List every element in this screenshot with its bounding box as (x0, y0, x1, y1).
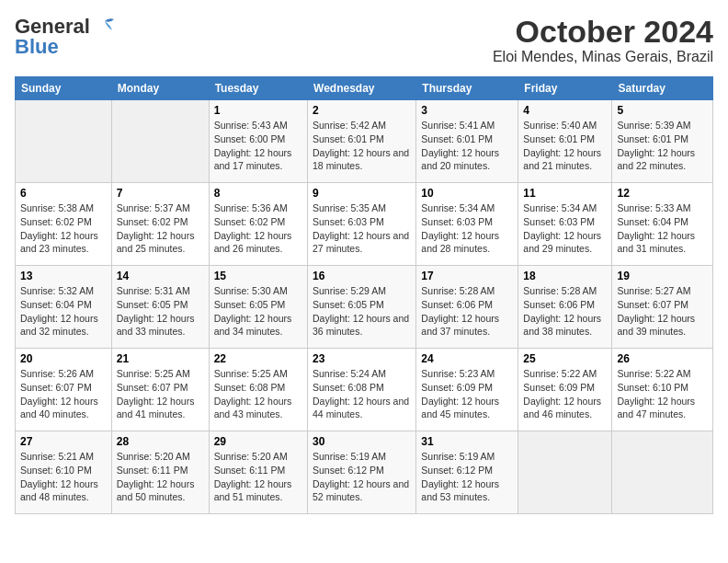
day-info: Sunrise: 5:40 AMSunset: 6:01 PMDaylight:… (523, 119, 607, 173)
day-info: Sunrise: 5:25 AMSunset: 6:08 PMDaylight:… (214, 367, 302, 421)
day-info: Sunrise: 5:22 AMSunset: 6:09 PMDaylight:… (523, 367, 607, 421)
day-number: 20 (20, 352, 107, 365)
day-info: Sunrise: 5:29 AMSunset: 6:05 PMDaylight:… (313, 284, 411, 339)
calendar-cell: 11Sunrise: 5:34 AMSunset: 6:03 PMDayligh… (518, 183, 612, 266)
day-info: Sunrise: 5:36 AMSunset: 6:02 PMDaylight:… (214, 201, 302, 256)
page-header: General Blue October 2024 Eloi Mendes, M… (15, 15, 713, 65)
day-info: Sunrise: 5:19 AMSunset: 6:12 PMDaylight:… (421, 450, 513, 504)
day-number: 2 (313, 104, 411, 117)
day-info: Sunrise: 5:33 AMSunset: 6:04 PMDaylight:… (617, 201, 708, 256)
calendar-cell: 28Sunrise: 5:20 AMSunset: 6:11 PMDayligh… (111, 431, 209, 514)
calendar-cell (518, 431, 612, 514)
day-info: Sunrise: 5:32 AMSunset: 6:04 PMDaylight:… (20, 284, 107, 339)
calendar-cell: 5Sunrise: 5:39 AMSunset: 6:01 PMDaylight… (612, 100, 713, 183)
calendar-cell: 17Sunrise: 5:28 AMSunset: 6:06 PMDayligh… (416, 266, 518, 349)
day-number: 15 (214, 270, 302, 282)
day-info: Sunrise: 5:43 AMSunset: 6:00 PMDaylight:… (214, 119, 302, 173)
day-number: 12 (617, 187, 708, 200)
day-info: Sunrise: 5:34 AMSunset: 6:03 PMDaylight:… (421, 201, 513, 256)
day-info: Sunrise: 5:21 AMSunset: 6:10 PMDaylight:… (20, 450, 107, 504)
day-info: Sunrise: 5:26 AMSunset: 6:07 PMDaylight:… (20, 367, 107, 421)
day-number: 3 (421, 104, 513, 117)
day-number: 5 (617, 104, 708, 117)
day-number: 26 (617, 352, 708, 365)
calendar-cell: 3Sunrise: 5:41 AMSunset: 6:01 PMDaylight… (416, 100, 518, 183)
day-number: 13 (20, 270, 107, 282)
day-info: Sunrise: 5:30 AMSunset: 6:05 PMDaylight:… (214, 284, 302, 339)
calendar-week-row: 6Sunrise: 5:38 AMSunset: 6:02 PMDaylight… (16, 183, 713, 266)
calendar-cell (111, 100, 209, 183)
day-info: Sunrise: 5:20 AMSunset: 6:11 PMDaylight:… (117, 450, 204, 504)
calendar-cell: 30Sunrise: 5:19 AMSunset: 6:12 PMDayligh… (308, 431, 416, 514)
calendar-cell: 25Sunrise: 5:22 AMSunset: 6:09 PMDayligh… (518, 349, 612, 431)
day-number: 29 (214, 435, 302, 448)
day-info: Sunrise: 5:28 AMSunset: 6:06 PMDaylight:… (523, 284, 607, 339)
calendar-cell: 20Sunrise: 5:26 AMSunset: 6:07 PMDayligh… (16, 349, 112, 431)
calendar-cell: 23Sunrise: 5:24 AMSunset: 6:08 PMDayligh… (308, 349, 416, 431)
logo-text-blue: Blue (15, 35, 59, 59)
calendar-cell: 31Sunrise: 5:19 AMSunset: 6:12 PMDayligh… (416, 431, 518, 514)
day-number: 9 (313, 187, 411, 200)
day-number: 24 (421, 352, 513, 365)
day-info: Sunrise: 5:22 AMSunset: 6:10 PMDaylight:… (617, 367, 708, 421)
day-number: 8 (214, 187, 302, 200)
calendar-cell: 24Sunrise: 5:23 AMSunset: 6:09 PMDayligh… (416, 349, 518, 431)
day-number: 23 (313, 352, 411, 365)
calendar-cell: 16Sunrise: 5:29 AMSunset: 6:05 PMDayligh… (308, 266, 416, 349)
calendar-cell: 18Sunrise: 5:28 AMSunset: 6:06 PMDayligh… (518, 266, 612, 349)
day-number: 14 (117, 270, 204, 282)
day-info: Sunrise: 5:31 AMSunset: 6:05 PMDaylight:… (117, 284, 204, 339)
calendar-cell: 15Sunrise: 5:30 AMSunset: 6:05 PMDayligh… (209, 266, 307, 349)
calendar-cell: 13Sunrise: 5:32 AMSunset: 6:04 PMDayligh… (16, 266, 112, 349)
day-info: Sunrise: 5:41 AMSunset: 6:01 PMDaylight:… (421, 119, 513, 173)
calendar-cell: 7Sunrise: 5:37 AMSunset: 6:02 PMDaylight… (111, 183, 209, 266)
day-info: Sunrise: 5:35 AMSunset: 6:03 PMDaylight:… (313, 201, 411, 256)
day-info: Sunrise: 5:34 AMSunset: 6:03 PMDaylight:… (523, 201, 607, 256)
day-number: 28 (117, 435, 204, 448)
calendar-cell: 22Sunrise: 5:25 AMSunset: 6:08 PMDayligh… (209, 349, 307, 431)
day-number: 19 (617, 270, 708, 282)
day-number: 6 (20, 187, 107, 200)
day-info: Sunrise: 5:19 AMSunset: 6:12 PMDaylight:… (313, 450, 411, 504)
day-number: 22 (214, 352, 302, 365)
calendar-cell: 6Sunrise: 5:38 AMSunset: 6:02 PMDaylight… (16, 183, 112, 266)
weekday-header-saturday: Saturday (612, 77, 713, 100)
weekday-header-thursday: Thursday (416, 77, 518, 100)
calendar-cell: 14Sunrise: 5:31 AMSunset: 6:05 PMDayligh… (111, 266, 209, 349)
calendar-cell: 12Sunrise: 5:33 AMSunset: 6:04 PMDayligh… (612, 183, 713, 266)
day-number: 25 (523, 352, 607, 365)
calendar-cell: 27Sunrise: 5:21 AMSunset: 6:10 PMDayligh… (16, 431, 112, 514)
calendar-cell (612, 431, 713, 514)
day-number: 31 (421, 435, 513, 448)
calendar-week-row: 13Sunrise: 5:32 AMSunset: 6:04 PMDayligh… (16, 266, 713, 349)
calendar-week-row: 27Sunrise: 5:21 AMSunset: 6:10 PMDayligh… (16, 431, 713, 514)
calendar-week-row: 20Sunrise: 5:26 AMSunset: 6:07 PMDayligh… (16, 349, 713, 431)
calendar-cell: 4Sunrise: 5:40 AMSunset: 6:01 PMDaylight… (518, 100, 612, 183)
calendar-cell: 1Sunrise: 5:43 AMSunset: 6:00 PMDaylight… (209, 100, 307, 183)
day-number: 21 (117, 352, 204, 365)
day-info: Sunrise: 5:28 AMSunset: 6:06 PMDaylight:… (421, 284, 513, 339)
calendar-cell: 26Sunrise: 5:22 AMSunset: 6:10 PMDayligh… (612, 349, 713, 431)
day-info: Sunrise: 5:37 AMSunset: 6:02 PMDaylight:… (117, 201, 204, 256)
calendar-cell: 19Sunrise: 5:27 AMSunset: 6:07 PMDayligh… (612, 266, 713, 349)
day-info: Sunrise: 5:27 AMSunset: 6:07 PMDaylight:… (617, 284, 708, 339)
day-number: 27 (20, 435, 107, 448)
calendar-week-row: 1Sunrise: 5:43 AMSunset: 6:00 PMDaylight… (16, 100, 713, 183)
weekday-header-wednesday: Wednesday (308, 77, 416, 100)
day-number: 10 (421, 187, 513, 200)
calendar-table: SundayMondayTuesdayWednesdayThursdayFrid… (15, 76, 713, 514)
day-number: 4 (523, 104, 607, 117)
logo-bird-icon (92, 17, 118, 36)
day-info: Sunrise: 5:23 AMSunset: 6:09 PMDaylight:… (421, 367, 513, 421)
weekday-header-sunday: Sunday (16, 77, 112, 100)
logo: General Blue (15, 15, 118, 59)
day-number: 18 (523, 270, 607, 282)
calendar-cell: 9Sunrise: 5:35 AMSunset: 6:03 PMDaylight… (308, 183, 416, 266)
day-number: 11 (523, 187, 607, 200)
calendar-cell: 10Sunrise: 5:34 AMSunset: 6:03 PMDayligh… (416, 183, 518, 266)
weekday-header-row: SundayMondayTuesdayWednesdayThursdayFrid… (16, 77, 713, 100)
calendar-cell (16, 100, 112, 183)
calendar-cell: 2Sunrise: 5:42 AMSunset: 6:01 PMDaylight… (308, 100, 416, 183)
day-number: 17 (421, 270, 513, 282)
day-number: 30 (313, 435, 411, 448)
